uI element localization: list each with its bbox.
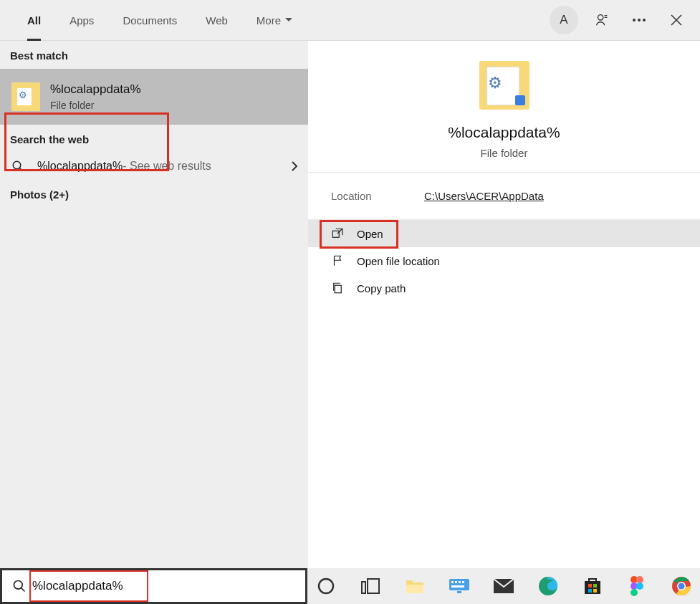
svg-point-10 xyxy=(319,579,333,593)
tab-documents[interactable]: Documents xyxy=(108,0,191,41)
search-box[interactable] xyxy=(0,568,307,604)
tab-all[interactable]: All xyxy=(13,0,55,41)
search-icon xyxy=(12,579,27,593)
svg-rect-22 xyxy=(585,581,600,594)
file-explorer-icon[interactable] xyxy=(401,572,429,600)
tab-label: All xyxy=(27,14,41,27)
copy-icon xyxy=(331,282,344,294)
svg-point-34 xyxy=(679,583,685,590)
action-label: Copy path xyxy=(357,282,406,294)
svg-rect-24 xyxy=(593,584,597,588)
tab-web[interactable]: Web xyxy=(191,0,242,41)
svg-point-31 xyxy=(631,589,638,596)
onscreen-keyboard-icon[interactable] xyxy=(445,572,474,600)
main-area: Best match %localappdata% File folder Se… xyxy=(0,41,700,568)
preview-right-column: %localappdata% File folder Location C:\U… xyxy=(308,41,700,568)
best-match-text: %localappdata% File folder xyxy=(50,82,141,111)
feedback-icon[interactable] xyxy=(588,6,615,34)
web-result-query: %localappdata% xyxy=(37,160,123,173)
best-match-header: Best match xyxy=(0,41,308,69)
svg-point-30 xyxy=(636,583,643,590)
search-icon xyxy=(11,160,24,173)
tab-more[interactable]: More xyxy=(242,0,307,41)
best-match-result[interactable]: %localappdata% File folder xyxy=(0,69,308,125)
action-label: Open xyxy=(357,228,383,240)
edge-icon[interactable] xyxy=(534,572,562,600)
figma-icon[interactable] xyxy=(623,572,651,600)
svg-rect-11 xyxy=(362,582,365,593)
bottom-row xyxy=(0,568,700,604)
svg-point-2 xyxy=(638,19,641,21)
svg-line-5 xyxy=(19,168,23,171)
svg-point-28 xyxy=(636,576,643,583)
svg-rect-18 xyxy=(462,581,464,583)
svg-rect-19 xyxy=(451,585,464,588)
svg-point-3 xyxy=(643,19,646,21)
user-avatar[interactable]: A xyxy=(550,6,578,34)
svg-rect-12 xyxy=(368,579,379,593)
results-left-column: Best match %localappdata% File folder Se… xyxy=(0,41,308,568)
svg-point-1 xyxy=(633,19,636,21)
search-topbar: All Apps Documents Web More A xyxy=(0,0,700,41)
folder-large-icon xyxy=(479,61,529,110)
location-value[interactable]: C:\Users\ACER\AppData xyxy=(424,190,544,202)
open-icon xyxy=(331,227,344,240)
action-label: Open file location xyxy=(357,255,440,267)
best-match-subtitle: File folder xyxy=(50,100,141,111)
folder-icon xyxy=(11,82,40,111)
action-copy-path[interactable]: Copy path xyxy=(308,274,700,302)
chevron-down-icon xyxy=(285,18,292,22)
tab-label: Apps xyxy=(69,14,94,27)
svg-rect-15 xyxy=(451,581,454,583)
search-input[interactable] xyxy=(32,579,301,593)
cortana-icon[interactable] xyxy=(312,572,340,600)
chrome-icon[interactable] xyxy=(667,572,696,600)
preview-title: %localappdata% xyxy=(308,124,700,141)
svg-rect-6 xyxy=(332,231,339,237)
tab-label: Web xyxy=(206,14,228,27)
file-location-icon xyxy=(331,254,344,267)
tab-label: More xyxy=(256,14,281,27)
svg-rect-16 xyxy=(455,581,457,583)
svg-point-8 xyxy=(14,581,23,590)
avatar-initial: A xyxy=(560,13,567,27)
action-open-file-location[interactable]: Open file location xyxy=(308,247,700,274)
action-open[interactable]: Open xyxy=(308,220,700,247)
tab-apps[interactable]: Apps xyxy=(55,0,108,41)
search-scope-tabs: All Apps Documents Web More xyxy=(13,0,550,41)
microsoft-store-icon[interactable] xyxy=(578,572,607,600)
preview-subtitle: File folder xyxy=(308,147,700,159)
more-options-icon[interactable] xyxy=(625,6,653,34)
svg-rect-13 xyxy=(449,579,469,590)
web-search-result[interactable]: %localappdata% - See web results xyxy=(0,153,308,180)
location-label: Location xyxy=(331,190,424,202)
chevron-right-icon xyxy=(291,160,298,172)
svg-rect-7 xyxy=(335,285,341,293)
svg-rect-23 xyxy=(588,584,592,588)
svg-point-4 xyxy=(13,161,21,169)
actions-list: Open Open file location Copy path xyxy=(308,220,700,302)
svg-rect-26 xyxy=(593,589,597,593)
taskbar xyxy=(307,568,700,604)
svg-rect-25 xyxy=(588,589,592,593)
tab-label: Documents xyxy=(123,14,177,27)
web-result-suffix: - See web results xyxy=(123,160,211,173)
svg-point-0 xyxy=(598,15,603,20)
photos-header[interactable]: Photos (2+) xyxy=(0,180,308,208)
svg-line-9 xyxy=(21,588,25,592)
search-web-header: Search the web xyxy=(0,125,308,153)
location-row: Location C:\Users\ACER\AppData xyxy=(308,173,700,220)
task-view-icon[interactable] xyxy=(356,572,385,600)
svg-rect-17 xyxy=(459,581,461,583)
svg-rect-14 xyxy=(457,591,461,593)
best-match-title: %localappdata% xyxy=(50,82,141,97)
preview-header: %localappdata% File folder xyxy=(308,41,700,173)
topbar-right: A xyxy=(550,6,690,34)
close-icon[interactable] xyxy=(663,6,690,34)
mail-icon[interactable] xyxy=(489,572,518,600)
